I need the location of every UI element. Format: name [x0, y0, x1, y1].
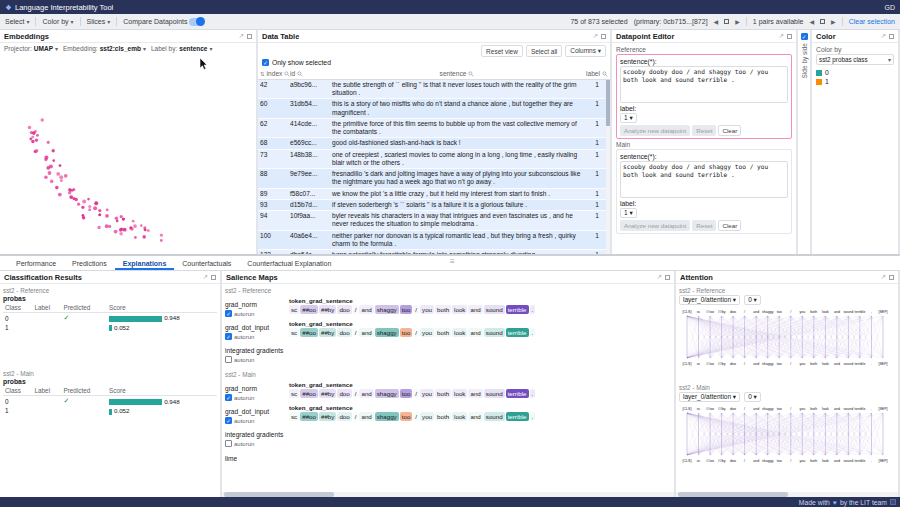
datapoint-dot[interactable]: [32, 131, 36, 135]
popout-icon[interactable]: ↗: [779, 32, 784, 40]
table-scrollbar[interactable]: [606, 80, 610, 254]
layer-select[interactable]: layer_0/attention ▾: [679, 392, 740, 402]
slices-menu[interactable]: Slices▾: [87, 18, 111, 25]
datapoint-dot[interactable]: [52, 149, 55, 152]
salience-token[interactable]: and: [359, 389, 373, 398]
salience-token[interactable]: and: [468, 412, 482, 421]
prev-pair-icon[interactable]: ◀: [809, 18, 814, 25]
salience-token[interactable]: both: [435, 389, 451, 398]
search-icon[interactable]: [297, 71, 303, 77]
salience-token[interactable]: sc: [289, 389, 299, 398]
datapoint-dot[interactable]: [36, 134, 39, 137]
tab-counterfactual-explanation[interactable]: Counterfactual Explanation: [239, 256, 339, 270]
maximize-icon[interactable]: [247, 34, 252, 39]
salience-token[interactable]: ##by: [319, 412, 336, 421]
salience-token[interactable]: both: [435, 328, 451, 337]
salience-token[interactable]: doo: [337, 328, 351, 337]
datapoint-dot[interactable]: [147, 229, 150, 232]
datapoint-dot[interactable]: [56, 172, 60, 176]
table-row[interactable]: 89f58c07...we know the plot 's a little …: [258, 189, 610, 200]
salience-token[interactable]: you: [420, 412, 434, 421]
column-header-id[interactable]: id: [288, 69, 330, 78]
only-show-selected-control[interactable]: ✓ Only show selected: [258, 58, 610, 68]
salience-token[interactable]: /: [353, 412, 359, 421]
datapoint-dot[interactable]: [55, 186, 59, 190]
autorun-checkbox[interactable]: autorun: [225, 440, 289, 447]
embedding-plot[interactable]: [0, 54, 256, 254]
table-row[interactable]: 62414cde...the primitive force of this f…: [258, 119, 610, 138]
projector-select[interactable]: Projector: UMAP▾: [4, 45, 58, 52]
salience-token[interactable]: too: [400, 328, 413, 337]
popout-icon[interactable]: ↗: [881, 273, 886, 281]
salience-token[interactable]: ##oo: [300, 305, 318, 314]
table-row[interactable]: 9410f9aa...byler reveals his characters …: [258, 211, 610, 230]
salience-token[interactable]: .: [530, 305, 536, 314]
salience-token[interactable]: shaggy: [375, 305, 399, 314]
popout-icon[interactable]: ↗: [239, 32, 244, 40]
salience-token[interactable]: terrible: [506, 389, 529, 398]
scrollbar-thumb[interactable]: [678, 492, 788, 497]
datapoint-dot[interactable]: [49, 164, 53, 168]
datapoint-dot[interactable]: [44, 158, 47, 161]
head-select[interactable]: 0 ▾: [744, 295, 761, 305]
autorun-checkbox[interactable]: ✓autorun: [225, 417, 289, 424]
datapoint-dot[interactable]: [116, 220, 119, 223]
datapoint-dot[interactable]: [132, 220, 135, 223]
datapoint-dot[interactable]: [31, 140, 34, 143]
analyze-new-datapoint-button[interactable]: Analyze new datapoint: [620, 220, 690, 231]
datapoint-dot[interactable]: [47, 141, 50, 144]
maximize-icon[interactable]: [889, 34, 894, 39]
salience-token[interactable]: .: [530, 328, 536, 337]
salience-token[interactable]: look: [452, 389, 467, 398]
side-by-side-checkbox[interactable]: ✓: [801, 33, 808, 40]
salience-token[interactable]: sc: [289, 412, 299, 421]
maximize-icon[interactable]: [787, 34, 792, 39]
column-header-sentence[interactable]: sentence: [330, 69, 584, 78]
salience-token[interactable]: look: [452, 328, 467, 337]
salience-token[interactable]: both: [435, 412, 451, 421]
datapoint-dot[interactable]: [73, 188, 76, 191]
popout-icon[interactable]: ↗: [593, 32, 598, 40]
label-select[interactable]: 1 ▾: [620, 113, 637, 123]
datapoint-dot[interactable]: [60, 179, 63, 182]
datapoint-dot[interactable]: [105, 224, 109, 228]
salience-token[interactable]: and: [359, 328, 373, 337]
table-action-select-all[interactable]: Select all: [526, 45, 562, 57]
salience-token[interactable]: /: [353, 389, 359, 398]
salience-token[interactable]: shaggy: [375, 389, 399, 398]
table-row[interactable]: 123dba54c...turns potentially forgettabl…: [258, 250, 610, 254]
compare-datapoints-toggle[interactable]: [189, 18, 204, 26]
salience-token[interactable]: doo: [337, 389, 351, 398]
datapoint-dot[interactable]: [134, 236, 137, 239]
salience-token[interactable]: too: [400, 389, 413, 398]
salience-token[interactable]: look: [452, 412, 467, 421]
datapoint-dot[interactable]: [88, 208, 91, 211]
salience-token[interactable]: sound: [484, 389, 505, 398]
table-row[interactable]: 68e569cc...good old-fashioned slash-and-…: [258, 138, 610, 149]
salience-token[interactable]: and: [359, 305, 373, 314]
table-row[interactable]: 10040a6e4...neither parker nor donovan i…: [258, 231, 610, 250]
salience-token[interactable]: too: [400, 412, 413, 421]
table-row[interactable]: 889e79ee...fresnadillo 's dark and jolti…: [258, 169, 610, 188]
datapoint-dot[interactable]: [133, 224, 137, 228]
datapoint-dot[interactable]: [58, 193, 62, 197]
layer-select[interactable]: layer_0/attention ▾: [679, 295, 740, 305]
datapoint-dot[interactable]: [59, 175, 63, 179]
datapoint-dot[interactable]: [120, 215, 123, 218]
salience-token[interactable]: /: [413, 328, 419, 337]
salience-token[interactable]: .: [530, 412, 536, 421]
datapoint-dot[interactable]: [77, 203, 80, 206]
salience-token[interactable]: /: [413, 412, 419, 421]
datapoint-dot[interactable]: [115, 217, 119, 221]
datapoint-dot[interactable]: [106, 208, 109, 211]
sort-icons[interactable]: ⇅: [260, 71, 265, 77]
salience-token[interactable]: and: [359, 412, 373, 421]
sentence-textarea[interactable]: [620, 161, 788, 198]
datapoint-dot[interactable]: [68, 191, 71, 194]
color-by-menu[interactable]: Color by▾: [42, 18, 73, 25]
analyze-new-datapoint-button[interactable]: Analyze new datapoint: [620, 125, 690, 136]
tab-explanations[interactable]: Explanations: [115, 256, 175, 270]
datapoint-dot[interactable]: [114, 230, 118, 234]
salience-token[interactable]: ##oo: [300, 389, 318, 398]
popout-icon[interactable]: ↗: [657, 273, 662, 281]
